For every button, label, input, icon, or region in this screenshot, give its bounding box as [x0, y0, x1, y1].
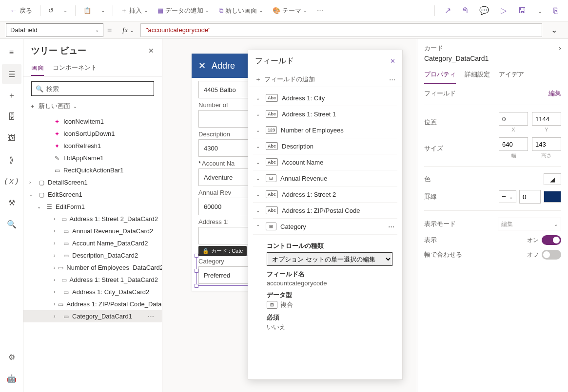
tree-node[interactable]: ›▭Address 1: Street 2_DataCard2: [23, 213, 162, 225]
field-item[interactable]: ⌄AbcAddress 1: Street 1: [253, 106, 397, 122]
insert-button[interactable]: ＋挿入⌄: [117, 4, 152, 17]
media-rail-icon[interactable]: 🖼: [2, 129, 21, 148]
tree-node[interactable]: ✦IconRefresh1: [23, 140, 162, 152]
tab-properties[interactable]: プロパティ: [424, 66, 456, 84]
tree-node[interactable]: ✦IconSortUpDown1: [23, 128, 162, 140]
border-color-swatch[interactable]: [544, 191, 561, 203]
undo-button[interactable]: ↺: [44, 5, 58, 16]
tree-node-selected[interactable]: ›▭Category_DataCard1⋯: [23, 310, 162, 322]
checker-icon[interactable]: ᖗ: [459, 3, 471, 18]
chevron-down-icon[interactable]: ⌄: [256, 160, 262, 165]
field-item[interactable]: ⌄123Number of Employees: [253, 122, 397, 138]
x-input[interactable]: [499, 112, 528, 126]
share-icon[interactable]: ↗: [441, 3, 455, 18]
chevron-right-icon[interactable]: ›: [559, 44, 561, 53]
field-item[interactable]: ⌄AbcAddress 1: City: [253, 90, 397, 106]
tools-rail-icon[interactable]: ⚒: [2, 193, 21, 212]
chevron-right-icon[interactable]: ›: [54, 228, 59, 234]
tree-node[interactable]: ⌄☰EditForm1: [23, 201, 162, 213]
ai-rail-icon[interactable]: 🤖: [2, 369, 21, 388]
chevron-right-icon[interactable]: ›: [54, 241, 59, 246]
paste-menu[interactable]: ⌄: [97, 6, 109, 15]
tree-node[interactable]: ›▭Address 1: ZIP/Postal Code_DataCard2: [23, 298, 162, 310]
tree-node[interactable]: ⌄▢EditScreen1: [23, 188, 162, 201]
chevron-right-icon[interactable]: ›: [54, 216, 59, 222]
close-icon[interactable]: ✕: [148, 47, 154, 55]
y-input[interactable]: [532, 112, 561, 126]
tree-node[interactable]: ›▭Address 1: City_DataCard2: [23, 286, 162, 298]
save-menu[interactable]: ⌄: [534, 3, 546, 18]
chevron-down-icon[interactable]: ⌄: [256, 95, 262, 101]
new-screen-link[interactable]: ＋ 新しい画面 ⌄: [29, 100, 154, 112]
theme-button[interactable]: 🎨テーマ⌄: [269, 4, 311, 17]
tree-node[interactable]: ✦IconNewItem1: [23, 115, 162, 128]
add-data-button[interactable]: ▦データの追加⌄: [154, 4, 213, 17]
tree-node[interactable]: ›▭Address 1: Street 1_DataCard2: [23, 274, 162, 286]
visible-toggle[interactable]: [542, 235, 561, 245]
chevron-down-icon[interactable]: ⌄: [256, 176, 262, 181]
node-menu-icon[interactable]: ⋯: [144, 313, 158, 320]
field-item[interactable]: ⌄AbcAccount Name: [253, 154, 397, 170]
search-rail-icon[interactable]: 🔍: [2, 214, 21, 234]
field-item[interactable]: ⌄AbcAddress 1: Street 2: [253, 187, 397, 203]
formula-input[interactable]: "accountcategorycode": [140, 23, 542, 37]
border-width-input[interactable]: [519, 190, 541, 204]
chevron-up-icon[interactable]: ⌃: [256, 224, 262, 229]
chevron-right-icon[interactable]: ›: [54, 314, 59, 319]
field-item[interactable]: ⌄AbcAddress 1: ZIP/Postal Code: [253, 203, 397, 219]
fx-button[interactable]: fx ⌄: [119, 26, 137, 34]
border-style-dropdown[interactable]: ━⌄: [499, 190, 516, 203]
hamburger-icon[interactable]: ≡: [2, 43, 21, 62]
tab-components[interactable]: コンポーネント: [53, 60, 97, 76]
new-screen-button[interactable]: ⧉新しい画面⌄: [215, 4, 267, 17]
settings-rail-icon[interactable]: ⚙: [2, 347, 21, 367]
chevron-right-icon[interactable]: ›: [54, 277, 59, 282]
tree-node[interactable]: ›▢DetailScreen1: [23, 176, 162, 188]
more-icon[interactable]: ⋯: [388, 223, 394, 230]
close-icon[interactable]: ✕: [390, 57, 395, 65]
publish-icon[interactable]: ⎘: [549, 3, 562, 18]
overflow-button[interactable]: ⋯: [313, 5, 327, 16]
field-item[interactable]: ⌄AbcDescription: [253, 138, 397, 154]
height-input[interactable]: [532, 137, 561, 151]
chevron-down-icon[interactable]: ⌄: [37, 204, 43, 209]
tab-advanced[interactable]: 詳細設定: [465, 66, 490, 84]
property-selector[interactable]: DataField⌄: [6, 23, 103, 37]
data-rail-icon[interactable]: 🗄: [2, 107, 21, 127]
tree-node[interactable]: ›▭Description_DataCard2: [23, 249, 162, 261]
tab-screens[interactable]: 画面: [31, 60, 44, 76]
chevron-right-icon[interactable]: ›: [29, 180, 35, 185]
tree-node[interactable]: ▭RectQuickActionBar1: [23, 164, 162, 176]
chevron-down-icon[interactable]: ⌄: [29, 192, 35, 197]
chevron-down-icon[interactable]: ⌄: [256, 128, 262, 133]
flows-rail-icon[interactable]: ⟫: [2, 150, 21, 169]
tree-node[interactable]: ›▭Account Name_DataCard2: [23, 237, 162, 249]
back-button[interactable]: ←戻る: [6, 4, 36, 17]
tree-search[interactable]: 🔍: [31, 81, 154, 96]
tree-node[interactable]: ›▭Annual Revenue_DataCard2: [23, 225, 162, 237]
play-icon[interactable]: ▷: [497, 3, 510, 18]
variables-rail-icon[interactable]: ( x ): [2, 171, 21, 191]
chevron-right-icon[interactable]: ›: [54, 253, 59, 258]
breadcrumb[interactable]: カード: [424, 44, 443, 53]
edit-fields-link[interactable]: 編集: [548, 89, 561, 98]
chevron-right-icon[interactable]: ›: [54, 289, 59, 295]
undo-menu[interactable]: ⌄: [59, 6, 71, 15]
control-type-select[interactable]: オプション セットの単一選択の編集: [267, 252, 392, 266]
close-icon[interactable]: ✕: [198, 60, 206, 71]
paste-button[interactable]: 📋: [79, 5, 95, 16]
chevron-right-icon[interactable]: ›: [54, 301, 55, 307]
save-icon[interactable]: 🖫: [514, 3, 530, 18]
color-swatch[interactable]: ◢: [544, 173, 561, 185]
formula-expand-icon[interactable]: ⌄: [546, 23, 562, 37]
tree-view-icon[interactable]: ☰: [2, 64, 21, 84]
fit-width-toggle[interactable]: [542, 250, 561, 260]
width-input[interactable]: [499, 137, 528, 151]
comment-icon[interactable]: 💬: [475, 3, 493, 18]
tree-node[interactable]: ›▭Number of Employees_DataCard2: [23, 261, 162, 274]
field-item[interactable]: ⌄⊡Annual Revenue: [253, 170, 397, 187]
more-icon[interactable]: ⋯: [389, 76, 395, 83]
tab-ideas[interactable]: アイデア: [499, 66, 524, 84]
field-item-expanded[interactable]: ⌃⊞Category⋯: [253, 219, 397, 235]
chevron-right-icon[interactable]: ›: [54, 265, 55, 270]
